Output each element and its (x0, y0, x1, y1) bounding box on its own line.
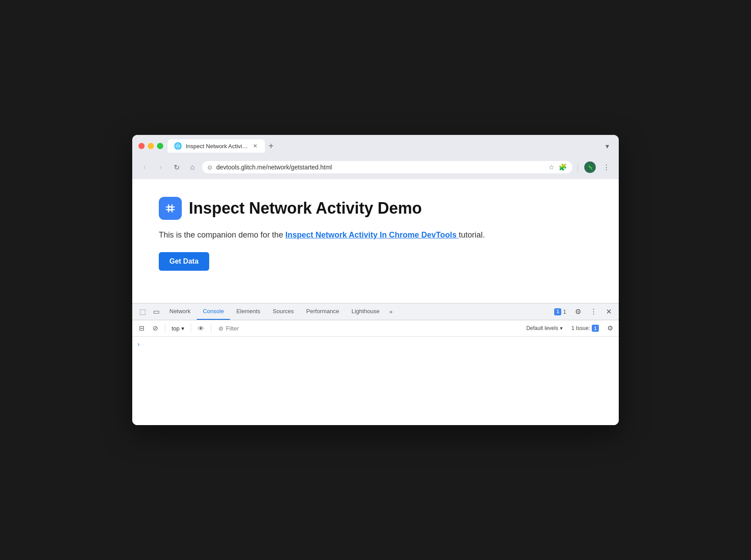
page-content: Inspect Network Activity Demo This is th… (132, 179, 619, 303)
console-separator-1 (165, 324, 165, 333)
window-controls (138, 143, 163, 149)
star-icon: ☆ (548, 163, 554, 171)
filter-wrapper: ⊘ (215, 325, 522, 332)
tab-performance[interactable]: Performance (300, 303, 345, 320)
filter-input[interactable] (226, 325, 518, 332)
profile-button[interactable]: 🦎 (582, 160, 598, 175)
back-icon: ‹ (143, 163, 146, 171)
reload-button[interactable]: ↻ (170, 161, 183, 173)
minimize-window-button[interactable] (148, 143, 154, 149)
get-data-button[interactable]: Get Data (159, 252, 209, 271)
console-chevron[interactable]: › (138, 341, 140, 348)
clear-console-icon: ⊘ (153, 324, 158, 332)
issue-count-badge: 1 (592, 325, 599, 332)
tab-sources[interactable]: Sources (267, 303, 300, 320)
page-logo (159, 197, 182, 220)
tab-title: Inspect Network Activity Dem (186, 143, 248, 150)
console-sidebar-icon: ⊟ (139, 324, 145, 332)
separator (578, 163, 578, 172)
issues-badge-button[interactable]: 1 1 (551, 307, 570, 317)
back-button[interactable]: ‹ (138, 161, 151, 173)
log-levels-arrow: ▾ (560, 325, 563, 331)
url-actions: ☆ 🧩 (548, 162, 568, 172)
devtools-menu-icon: ⋮ (590, 307, 597, 316)
title-bar: 🌐 Inspect Network Activity Dem ✕ + ▾ (132, 135, 619, 156)
tab-close-button[interactable]: ✕ (252, 142, 259, 150)
extensions-button[interactable]: 🧩 (558, 162, 568, 172)
forward-icon: › (159, 163, 161, 171)
inspect-element-button[interactable]: ⬚ (136, 304, 149, 319)
devtools-panel: ⬚ ▭ Network Console Elements Sources Per… (132, 303, 619, 425)
reload-icon: ↻ (174, 163, 180, 172)
devtools-settings-button[interactable]: ⚙ (571, 304, 585, 319)
tab-favicon-icon: 🌐 (174, 142, 182, 150)
tab-lighthouse[interactable]: Lighthouse (345, 303, 386, 320)
devtools-link[interactable]: Inspect Network Activity In Chrome DevTo… (285, 230, 459, 239)
new-tab-button[interactable]: + (265, 140, 277, 152)
tab-network[interactable]: Network (163, 303, 197, 320)
devtools-settings-icon: ⚙ (575, 307, 581, 316)
context-dropdown[interactable]: top ▾ (169, 323, 187, 334)
tab-menu-button[interactable]: ▾ (602, 140, 613, 152)
console-toolbar: ⊟ ⊘ top ▾ 👁 ⊘ Default levels (132, 320, 619, 337)
log-levels-button[interactable]: Default levels ▾ (524, 323, 565, 333)
browser-menu-icon: ⋮ (603, 163, 610, 172)
device-mode-button[interactable]: ▭ (149, 304, 163, 319)
console-settings-button[interactable]: ⚙ (605, 322, 615, 334)
filter-icon: ⊘ (218, 325, 223, 332)
more-tabs-button[interactable]: » (386, 305, 396, 318)
url-bar-wrapper: ⊙ ☆ 🧩 (202, 161, 572, 173)
console-body: › (132, 337, 619, 425)
device-mode-icon: ▭ (153, 307, 160, 316)
context-dropdown-arrow: ▾ (181, 325, 184, 332)
avatar: 🦎 (584, 161, 596, 173)
extensions-icon: 🧩 (559, 163, 567, 171)
devtools-right-actions: 1 1 ⚙ ⋮ ✕ (551, 304, 615, 319)
description-before: This is the companion demo for the (159, 230, 285, 239)
browser-window: 🌐 Inspect Network Activity Dem ✕ + ▾ ‹ ›… (132, 135, 619, 425)
glitch-logo-svg (162, 200, 178, 216)
issues-badge-icon: 1 (554, 308, 561, 315)
close-window-button[interactable] (138, 143, 145, 149)
active-tab[interactable]: 🌐 Inspect Network Activity Dem ✕ (168, 139, 265, 153)
address-bar: ‹ › ↻ ⌂ ⊙ ☆ 🧩 (132, 156, 619, 179)
forward-button[interactable]: › (154, 161, 167, 173)
tab-bar: 🌐 Inspect Network Activity Dem ✕ + (168, 139, 598, 153)
url-security-icon: ⊙ (207, 164, 212, 171)
maximize-window-button[interactable] (157, 143, 163, 149)
issue-count-button[interactable]: 1 Issue: 1 (569, 323, 602, 334)
console-sidebar-button[interactable]: ⊟ (136, 322, 148, 334)
address-bar-actions: 🦎 ⋮ (576, 160, 613, 175)
console-settings-icon: ⚙ (607, 324, 613, 332)
eye-icon: 👁 (198, 325, 204, 332)
inspect-icon: ⬚ (139, 307, 146, 316)
description-after: tutorial. (459, 230, 485, 239)
bookmark-button[interactable]: ☆ (548, 162, 555, 172)
devtools-tabs: ⬚ ▭ Network Console Elements Sources Per… (132, 303, 619, 320)
tab-elements[interactable]: Elements (230, 303, 266, 320)
browser-menu-button[interactable]: ⋮ (600, 161, 613, 173)
home-button[interactable]: ⌂ (186, 161, 199, 173)
console-right-actions: Default levels ▾ 1 Issue: 1 ⚙ (524, 322, 615, 334)
console-separator-2 (191, 324, 191, 333)
devtools-close-button[interactable]: ✕ (602, 304, 615, 319)
page-header: Inspect Network Activity Demo (159, 197, 592, 220)
svg-point-0 (163, 201, 178, 216)
live-expressions-button[interactable]: 👁 (195, 322, 207, 334)
url-input[interactable] (202, 161, 572, 173)
page-description: This is the companion demo for the Inspe… (159, 230, 592, 240)
console-separator-3 (211, 324, 211, 333)
page-title: Inspect Network Activity Demo (189, 199, 422, 218)
home-icon: ⌂ (190, 163, 195, 171)
tab-console[interactable]: Console (197, 303, 230, 320)
devtools-close-icon: ✕ (606, 307, 612, 316)
clear-console-button[interactable]: ⊘ (149, 322, 161, 334)
devtools-menu-button[interactable]: ⋮ (586, 304, 601, 319)
title-bar-top: 🌐 Inspect Network Activity Dem ✕ + ▾ (138, 139, 613, 153)
